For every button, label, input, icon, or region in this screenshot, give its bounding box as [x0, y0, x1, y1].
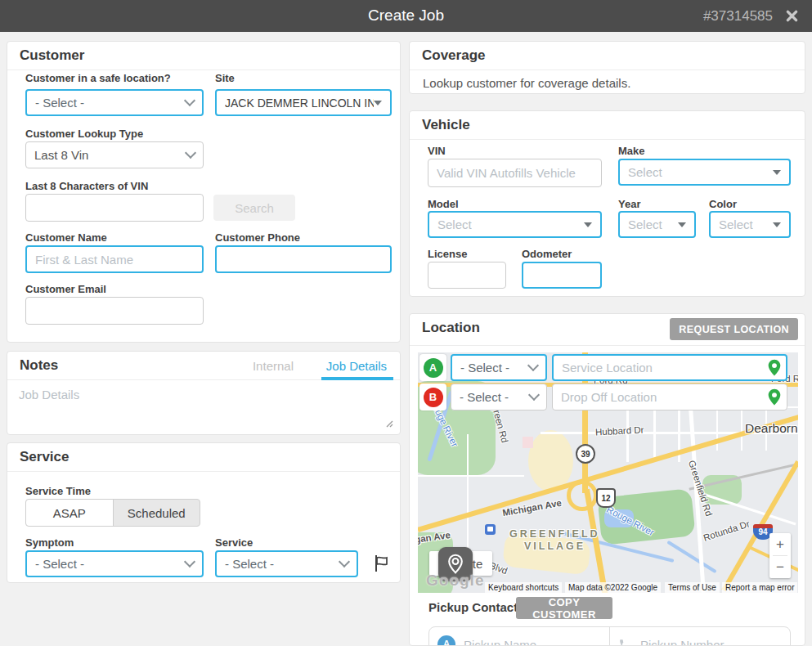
route-shield-m39: 39	[576, 444, 595, 464]
color-select[interactable]: Select	[709, 211, 791, 238]
lookup-type-select[interactable]: Last 8 Vin	[25, 141, 204, 168]
active-tab-underline	[321, 377, 393, 380]
symptom-select[interactable]: - Select -	[25, 550, 204, 577]
marker-a-icon: A	[424, 358, 443, 378]
dropoff-location-input[interactable]	[552, 384, 787, 410]
make-select[interactable]: Select	[618, 159, 791, 186]
dropdown-arrow-icon	[584, 222, 592, 227]
location-section: Location REQUEST LOCATION	[409, 313, 805, 646]
map-label-greenfield-village-1: GREENFIELD	[509, 528, 600, 540]
chevron-down-icon	[184, 95, 195, 106]
report-map-error-link[interactable]: Report a map error	[722, 582, 797, 593]
marker-b-badge: B	[419, 384, 446, 410]
phone-icon	[618, 638, 632, 646]
flag-icon[interactable]	[371, 553, 393, 574]
keyboard-shortcuts-link[interactable]: Keyboard shortcuts	[485, 582, 562, 593]
map-zoom-control: + −	[769, 533, 791, 578]
map-data-attribution: Map data ©2022 Google	[565, 582, 661, 593]
site-select[interactable]: JACK DEMMER LINCOLN INC ...	[215, 89, 392, 116]
map-pin-icon[interactable]	[767, 388, 782, 406]
coverage-title: Coverage	[422, 47, 485, 64]
safe-location-select[interactable]: - Select -	[25, 89, 204, 116]
map-label-rotunda-dr: Rotunda Dr	[702, 518, 751, 543]
site-label: Site	[215, 72, 235, 84]
dropoff-location-row: B	[419, 384, 446, 410]
service-location-row: A	[419, 354, 446, 381]
chevron-down-icon	[185, 147, 196, 159]
pickup-marker-a-icon: A	[437, 635, 455, 646]
terms-of-use-link[interactable]: Terms of Use	[665, 582, 720, 593]
pickup-number-input[interactable]	[639, 637, 782, 646]
vin-label: VIN	[428, 145, 446, 157]
notes-section: Notes Internal Job Details	[7, 351, 401, 435]
asap-option[interactable]: ASAP	[26, 500, 114, 526]
google-logo[interactable]: Google	[426, 572, 484, 590]
search-button[interactable]: Search	[213, 195, 295, 221]
dropdown-arrow-icon	[773, 222, 781, 227]
model-label: Model	[428, 198, 459, 210]
service-location-type-select[interactable]: - Select -	[451, 354, 547, 381]
dropdown-arrow-icon	[678, 222, 686, 227]
vehicle-section: Vehicle VIN Make Select Model Select Yea…	[409, 110, 805, 297]
coverage-section: Coverage Lookup customer for coverage de…	[409, 41, 805, 94]
license-label: License	[428, 248, 467, 260]
scheduled-option[interactable]: Scheduled	[114, 500, 200, 526]
vin8-input[interactable]	[25, 194, 204, 222]
year-label: Year	[618, 198, 640, 210]
resize-handle-icon[interactable]	[385, 419, 393, 428]
pickup-contact-label: Pickup Contact	[428, 600, 518, 614]
odometer-label: Odometer	[522, 248, 572, 260]
pickup-name-input[interactable]	[462, 637, 601, 646]
google-map[interactable]: Hubbard Dr Dearborn Ford Rd Ford Rd Mich…	[418, 352, 798, 593]
safe-location-label: Customer in a safe location?	[25, 72, 171, 84]
chevron-down-icon	[527, 360, 539, 371]
customer-phone-input[interactable]	[215, 245, 392, 273]
year-select[interactable]: Select	[618, 211, 696, 238]
notes-title: Notes	[20, 357, 58, 374]
service-title: Service	[20, 449, 70, 465]
license-input[interactable]	[428, 262, 506, 289]
job-number: #37314585	[703, 8, 773, 25]
service-select-label: Service	[215, 536, 253, 549]
location-title: Location	[422, 320, 480, 336]
request-location-button[interactable]: REQUEST LOCATION	[670, 318, 798, 340]
chevron-down-icon	[184, 556, 195, 567]
customer-email-label: Customer Email	[25, 283, 106, 295]
service-select[interactable]: - Select -	[215, 550, 358, 577]
vin-input[interactable]	[428, 159, 602, 187]
chevron-down-icon	[528, 389, 540, 401]
map-label-city: Dearborn	[745, 421, 798, 436]
dropdown-arrow-icon	[773, 170, 781, 175]
zoom-out-button[interactable]: −	[769, 556, 791, 578]
customer-name-label: Customer Name	[25, 231, 107, 244]
customer-phone-label: Customer Phone	[215, 231, 300, 244]
lookup-type-label: Customer Lookup Type	[25, 128, 143, 140]
coverage-message: Lookup customer for coverage details.	[423, 76, 630, 90]
transit-station-icon	[485, 524, 496, 535]
service-location-input[interactable]	[552, 354, 787, 381]
pickup-contact-inputs: A	[428, 626, 791, 646]
customer-name-input[interactable]	[25, 245, 204, 273]
service-time-label: Service Time	[25, 485, 91, 497]
odometer-input[interactable]	[522, 262, 602, 289]
dropoff-location-type-select[interactable]: - Select -	[451, 384, 547, 410]
tab-internal[interactable]: Internal	[253, 359, 294, 373]
copy-customer-button[interactable]: COPY CUSTOMER	[516, 597, 612, 619]
service-section: Service Service Time ASAP Scheduled Symp…	[7, 442, 401, 583]
map-label-hubbard-dr: Hubbard Dr	[595, 424, 644, 437]
make-label: Make	[618, 145, 645, 157]
service-time-toggle: ASAP Scheduled	[25, 499, 200, 527]
customer-email-input[interactable]	[25, 297, 204, 325]
zoom-in-button[interactable]: +	[769, 533, 791, 555]
map-pin-icon[interactable]	[767, 359, 782, 377]
customer-title: Customer	[20, 47, 84, 64]
close-icon[interactable]	[785, 9, 799, 23]
symptom-label: Symptom	[25, 536, 74, 549]
tab-job-details[interactable]: Job Details	[326, 359, 387, 373]
marker-b-icon: B	[424, 388, 443, 407]
notes-textarea[interactable]	[17, 386, 388, 428]
model-select[interactable]: Select	[428, 211, 602, 238]
color-label: Color	[709, 198, 737, 210]
page-title: Create Job	[0, 7, 812, 25]
customer-section: Customer Customer in a safe location? - …	[7, 41, 401, 343]
